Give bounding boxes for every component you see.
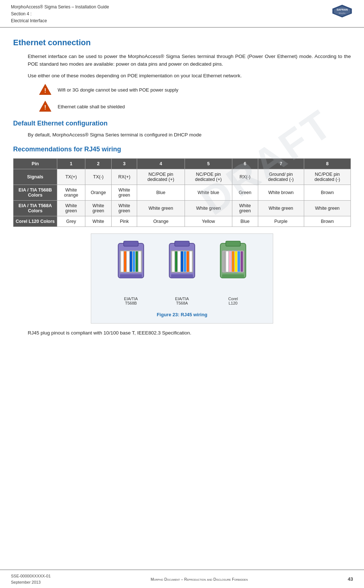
table-header-row: Pin 1 2 3 4 5 6 7 8 bbox=[13, 158, 351, 169]
connector-T568A-svg bbox=[160, 240, 204, 294]
rj45-section-title: Recommendations for RJ45 wiring bbox=[13, 146, 351, 153]
table-cell-1-7: Brown bbox=[304, 185, 351, 200]
table-cell-0-4: NC/POE pin dedicated (+) bbox=[185, 169, 232, 185]
ethernet-para2: Use either one of these modes depending … bbox=[28, 72, 351, 80]
svg-rect-31 bbox=[226, 241, 240, 246]
svg-rect-18 bbox=[120, 274, 142, 278]
table-cell-1-6: White brown bbox=[258, 185, 304, 200]
connector-L120: CorelL120 bbox=[211, 240, 255, 305]
table-row-label: Corel L120 Colors bbox=[13, 216, 57, 227]
col-5: 5 bbox=[185, 158, 232, 169]
table-cell-2-2: White green bbox=[112, 200, 137, 216]
table-cell-3-7: Brown bbox=[304, 216, 351, 227]
warning-block-1: ! Wifi or 3G dongle cannot be used with … bbox=[39, 83, 351, 96]
connector-L120-label: CorelL120 bbox=[228, 297, 238, 305]
footer-center: Morpho Document – Reproduction and Discl… bbox=[151, 577, 248, 581]
svg-rect-26 bbox=[184, 251, 186, 272]
footer-date: September 2013 bbox=[11, 579, 51, 585]
warning-text-2: Ethernet cable shall be shielded bbox=[58, 104, 125, 109]
figure-diagrams: EIA/TIAT568B EIA/TIAT568A bbox=[109, 240, 255, 305]
header-logo: SAFRAN Morpho bbox=[331, 4, 353, 18]
col-pin: Pin bbox=[13, 158, 57, 169]
svg-rect-35 bbox=[229, 251, 231, 272]
col-7: 7 bbox=[258, 158, 304, 169]
default-section-title: Default Ethernet configuration bbox=[13, 120, 351, 127]
connector-T568B: EIA/TIAT568B bbox=[109, 240, 153, 305]
col-8: 8 bbox=[304, 158, 351, 169]
svg-rect-17 bbox=[139, 251, 141, 272]
svg-rect-28 bbox=[190, 251, 192, 272]
footer-page-number: 43 bbox=[348, 576, 353, 582]
table-cell-3-3: Orange bbox=[137, 216, 185, 227]
table-cell-3-4: Yellow bbox=[185, 216, 232, 227]
figure-caption: Figure 23: RJ45 wiring bbox=[157, 312, 208, 317]
table-cell-0-0: TX(+) bbox=[57, 169, 85, 185]
table-cell-0-2: RX(+) bbox=[112, 169, 137, 185]
table-cell-2-0: White green bbox=[57, 200, 85, 216]
bottom-text: RJ45 plug pinout is compliant with 10/10… bbox=[28, 330, 351, 336]
table-cell-3-2: Pink bbox=[112, 216, 137, 227]
svg-rect-22 bbox=[172, 251, 174, 272]
table-cell-2-6: White green bbox=[258, 200, 304, 216]
warning-text-1: Wifi or 3G dongle cannot be used with PO… bbox=[58, 87, 178, 93]
svg-text:!: ! bbox=[44, 87, 46, 94]
table-cell-3-0: Grey bbox=[57, 216, 85, 227]
col-3: 3 bbox=[112, 158, 137, 169]
page-content: Ethernet connection Ethernet interface c… bbox=[0, 28, 364, 343]
svg-rect-33 bbox=[223, 251, 225, 272]
connector-T568A: EIA/TIAT568A bbox=[160, 240, 204, 305]
svg-rect-27 bbox=[187, 251, 189, 272]
svg-rect-24 bbox=[178, 251, 180, 272]
table-cell-2-4: White green bbox=[185, 200, 232, 216]
ethernet-section-title: Ethernet connection bbox=[13, 38, 351, 47]
svg-rect-36 bbox=[232, 251, 234, 272]
header-line2: Section 4 : bbox=[11, 11, 109, 18]
warning-block-2: ! Ethernet cable shall be shielded bbox=[39, 100, 351, 113]
table-cell-1-4: White blue bbox=[185, 185, 232, 200]
connector-T568A-label: EIA/TIAT568A bbox=[175, 297, 189, 305]
table-cell-1-0: White orange bbox=[57, 185, 85, 200]
svg-rect-20 bbox=[175, 241, 189, 246]
svg-rect-13 bbox=[127, 251, 129, 272]
rj45-table: Pin 1 2 3 4 5 6 7 8 SignalsTX(+)TX(-)RX(… bbox=[13, 158, 351, 227]
svg-rect-12 bbox=[124, 251, 126, 272]
col-4: 4 bbox=[137, 158, 185, 169]
connector-L120-svg bbox=[211, 240, 255, 294]
warning-icon-1: ! bbox=[39, 83, 52, 96]
table-header: Pin 1 2 3 4 5 6 7 8 bbox=[13, 158, 351, 169]
table-cell-0-1: TX(-) bbox=[85, 169, 112, 185]
svg-rect-34 bbox=[226, 251, 228, 272]
table-cell-3-5: Blue bbox=[232, 216, 258, 227]
col-6: 6 bbox=[232, 158, 258, 169]
svg-text:!: ! bbox=[44, 104, 46, 111]
table-cell-1-1: Orange bbox=[85, 185, 112, 200]
connector-T568B-svg bbox=[109, 240, 153, 294]
svg-text:SAFRAN: SAFRAN bbox=[337, 8, 348, 11]
page-header: MorphoAccess® Sigma Series – Installatio… bbox=[0, 0, 364, 28]
header-info: MorphoAccess® Sigma Series – Installatio… bbox=[11, 4, 109, 25]
page-footer: SSE-00000XXXXX-01 September 2013 Morpho … bbox=[0, 569, 364, 588]
table-cell-2-1: White green bbox=[85, 200, 112, 216]
svg-rect-11 bbox=[121, 251, 123, 272]
connector-T568B-label: EIA/TIAT568B bbox=[124, 297, 138, 305]
svg-rect-9 bbox=[124, 241, 138, 246]
default-para: By default, MorphoAccess® Sigma Series t… bbox=[28, 131, 351, 139]
table-body: SignalsTX(+)TX(-)RX(+)NC/POE pin dedicat… bbox=[13, 169, 351, 227]
col-2: 2 bbox=[85, 158, 112, 169]
safran-logo-svg: SAFRAN Morpho bbox=[331, 4, 353, 18]
svg-rect-14 bbox=[130, 251, 132, 272]
svg-text:Morpho: Morpho bbox=[339, 12, 345, 14]
table-row: EIA / TIA T568A ColorsWhite greenWhite g… bbox=[13, 200, 351, 216]
header-line3: Electrical Interface bbox=[11, 18, 109, 24]
table-cell-1-2: White green bbox=[112, 185, 137, 200]
table-row: Corel L120 ColorsGreyWhitePinkOrangeYell… bbox=[13, 216, 351, 227]
table-cell-0-6: Ground/ pin dedicated (-) bbox=[258, 169, 304, 185]
table-cell-2-7: White green bbox=[304, 200, 351, 216]
svg-rect-40 bbox=[222, 274, 244, 278]
table-row-label: EIA / TIA T568A Colors bbox=[13, 200, 57, 216]
table-cell-0-3: NC/POE pin dedicated (+) bbox=[137, 169, 185, 185]
figure-container: EIA/TIAT568B EIA/TIAT568A bbox=[91, 233, 273, 324]
warning-icon-2: ! bbox=[39, 100, 52, 113]
table-row: SignalsTX(+)TX(-)RX(+)NC/POE pin dedicat… bbox=[13, 169, 351, 185]
header-line1: MorphoAccess® Sigma Series – Installatio… bbox=[11, 4, 109, 11]
